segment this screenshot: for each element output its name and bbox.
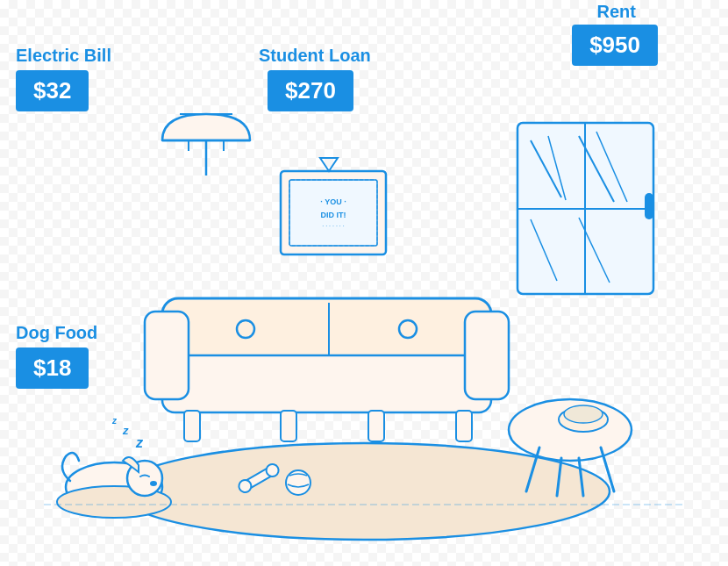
svg-text:z: z [135,435,144,450]
svg-point-36 [564,405,603,423]
svg-rect-24 [162,355,491,412]
svg-text:· · · · · · ·: · · · · · · · [322,223,344,229]
svg-rect-21 [645,193,653,219]
svg-point-44 [150,481,157,486]
svg-rect-26 [465,312,509,399]
svg-rect-30 [184,411,200,441]
svg-text:DID IT!: DID IT! [321,211,346,219]
svg-text:z: z [111,416,117,426]
svg-text:z: z [122,424,129,437]
svg-rect-32 [368,411,384,441]
svg-rect-33 [456,411,472,441]
svg-text:· YOU ·: · YOU · [320,197,346,206]
svg-point-29 [399,320,417,338]
svg-rect-25 [145,312,189,399]
svg-point-28 [237,320,254,338]
room-illustration: · YOU · DID IT! · · · · · · · [0,0,728,566]
svg-rect-31 [281,411,296,441]
